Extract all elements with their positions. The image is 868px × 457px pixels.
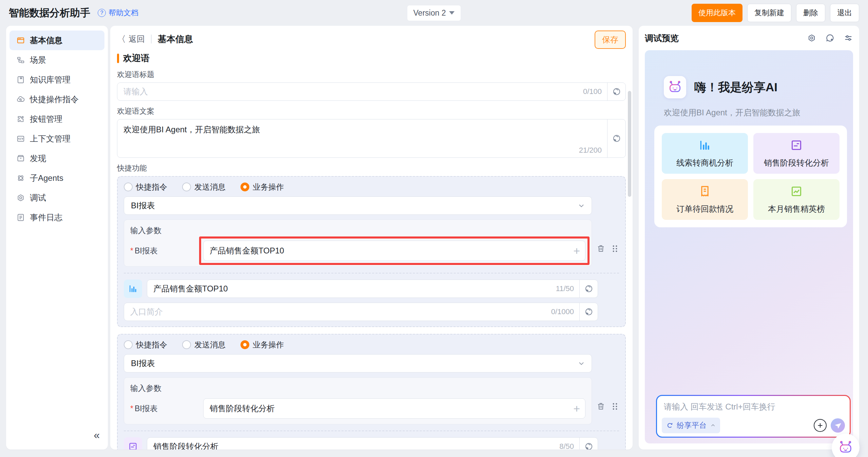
globe-icon[interactable] [607, 119, 625, 157]
puzzle-icon [16, 115, 25, 123]
attach-plus-icon[interactable] [814, 419, 827, 432]
radio-business-action[interactable]: 业务操作 [240, 182, 284, 192]
globe-icon[interactable] [579, 280, 598, 298]
entry-title-field: 11/50 [147, 280, 598, 298]
entry-title-row: 11/50 [124, 280, 598, 298]
chat-input-placeholder[interactable]: 请输入 回车发送 Ctrl+回车换行 [664, 401, 843, 412]
chevron-down-icon [577, 359, 585, 367]
quick-card-label: 销售阶段转化分析 [764, 157, 829, 168]
radio-icon [182, 183, 191, 191]
radio-quick-command[interactable]: 快捷指令 [124, 182, 167, 192]
param-card-wrap: 输入参数 *BI报表 + [124, 220, 619, 267]
trash-icon[interactable] [596, 244, 605, 253]
sidebar-item-context-management[interactable]: 上下文管理 [9, 129, 104, 149]
quick-card-stage-conversion[interactable]: 销售阶段转化分析 [753, 133, 840, 174]
quick-card-label: 线索转商机分析 [676, 157, 733, 168]
entry-title-input[interactable] [147, 284, 579, 293]
back-button[interactable]: 返回 [129, 34, 145, 44]
sidebar-item-discover[interactable]: 发现 [9, 149, 104, 168]
quick-cards: 线索转商机分析 销售阶段转化分析 订单待回款情况 [654, 126, 847, 227]
bar-chart-icon[interactable] [124, 280, 142, 298]
sidebar-item-label: 场景 [30, 55, 46, 65]
quick-card-label: 订单待回款情况 [676, 204, 733, 214]
report-doc-icon [790, 138, 803, 152]
welcome-title-input[interactable] [117, 87, 607, 96]
sidebar-item-scene[interactable]: 场景 [9, 50, 104, 70]
robot-avatar [664, 76, 686, 98]
help-question-icon: ? [98, 9, 106, 17]
breadcrumb-divider [151, 35, 152, 43]
delete-button[interactable]: 删除 [796, 4, 825, 22]
sidebar-item-event-log[interactable]: 事件日志 [9, 208, 104, 227]
welcome-text-input[interactable]: 欢迎使用BI Agent，开启智能数据之旅 [117, 119, 607, 157]
radio-quick-command[interactable]: 快捷指令 [124, 340, 167, 350]
quick-card-lead-analysis[interactable]: 线索转商机分析 [662, 133, 748, 174]
sidebar-collapse-button[interactable]: « [94, 429, 100, 441]
help-doc-link[interactable]: ? 帮助文档 [98, 8, 138, 18]
version-dropdown[interactable]: Version 2 [407, 5, 461, 21]
globe-icon[interactable] [607, 83, 625, 100]
greeting-subtitle: 欢迎使用BI Agent，开启智能数据之旅 [664, 107, 801, 118]
trash-icon[interactable] [596, 402, 605, 411]
quick-function-label: 快捷功能 [117, 163, 626, 173]
quick-card-sales-ranking[interactable]: 本月销售精英榜 [753, 179, 840, 220]
report-type-select[interactable]: BI报表 [124, 354, 592, 373]
window-icon [16, 36, 25, 45]
save-button[interactable]: 保存 [595, 31, 626, 49]
version-label: Version 2 [413, 8, 446, 18]
param-value-input[interactable] [203, 398, 585, 419]
debug-preview-panel: 调试预览 [639, 26, 859, 450]
main-panel: 〈 返回 基本信息 保存 欢迎语 欢迎语标题 0/100 欢迎语文案 欢迎使用B… [110, 26, 633, 450]
globe-icon[interactable] [579, 303, 598, 321]
copy-new-button[interactable]: 复制新建 [747, 4, 791, 22]
param-card-wrap: 输入参数 *BI报表 + [124, 377, 619, 424]
use-version-button[interactable]: 使用此版本 [692, 4, 742, 22]
sidebar-item-knowledge[interactable]: 知识库管理 [9, 70, 104, 90]
report-type-select[interactable]: BI报表 [124, 196, 592, 215]
agents-icon [16, 174, 25, 183]
sidebar-item-basic-info[interactable]: 基本信息 [9, 31, 104, 50]
help-doc-label: 帮助文档 [109, 8, 138, 18]
sidebar-item-debug[interactable]: 调试 [9, 188, 104, 208]
radio-send-message[interactable]: 发送消息 [182, 182, 226, 192]
sliders-icon[interactable] [844, 33, 853, 43]
sidebar-item-sub-agents[interactable]: 子Agents [9, 168, 104, 188]
scope-tag-label: 纷享平台 [677, 420, 707, 431]
entry-title-input[interactable] [147, 442, 579, 450]
action-type-radio-group: 快捷指令 发送消息 业务操作 [124, 182, 619, 192]
header-actions: 使用此版本 复制新建 删除 退出 [692, 4, 859, 22]
entry-desc-input[interactable] [124, 307, 579, 317]
radio-business-action[interactable]: 业务操作 [240, 340, 284, 350]
send-button[interactable] [831, 418, 845, 433]
knowledge-book-icon [16, 75, 25, 84]
drag-handle-icon[interactable] [612, 244, 618, 253]
quick-card-pending-payment[interactable]: 订单待回款情况 [662, 179, 748, 220]
globe-icon[interactable] [579, 438, 598, 450]
required-star: * [130, 246, 133, 255]
input-params-card: 输入参数 *BI报表 + [124, 220, 592, 267]
radio-send-message[interactable]: 发送消息 [182, 340, 226, 350]
greeting-title: 嗨！我是纷享AI [694, 79, 777, 95]
exit-button[interactable]: 退出 [830, 4, 859, 22]
new-chat-icon[interactable] [825, 33, 835, 43]
sidebar-item-quick-commands[interactable]: 快捷操作指令 [9, 90, 104, 109]
param-input-wrap: + [203, 398, 585, 419]
discover-box-icon [16, 154, 25, 163]
param-value-input[interactable] [203, 241, 585, 261]
report-doc-icon[interactable] [124, 437, 142, 450]
entry-title-row: 8/50 [124, 437, 598, 450]
scope-tag[interactable]: 纷享平台 [662, 418, 720, 433]
settings-nut-icon[interactable] [807, 33, 816, 43]
preview-title: 调试预览 [645, 33, 679, 44]
sidebar-item-button-management[interactable]: 按钮管理 [9, 109, 104, 129]
quick-card-label: 本月销售精英榜 [768, 204, 825, 214]
back-chevron-icon[interactable]: 〈 [117, 33, 126, 45]
event-log-icon [16, 213, 25, 222]
sidebar-item-label: 上下文管理 [30, 133, 71, 144]
sidebar-item-label: 快捷操作指令 [30, 94, 79, 105]
radio-icon [124, 183, 133, 191]
drag-handle-icon[interactable] [612, 402, 618, 411]
debug-icon [16, 193, 25, 202]
breadcrumb: 〈 返回 基本信息 [117, 31, 626, 47]
scrollbar-thumb[interactable] [628, 91, 631, 197]
